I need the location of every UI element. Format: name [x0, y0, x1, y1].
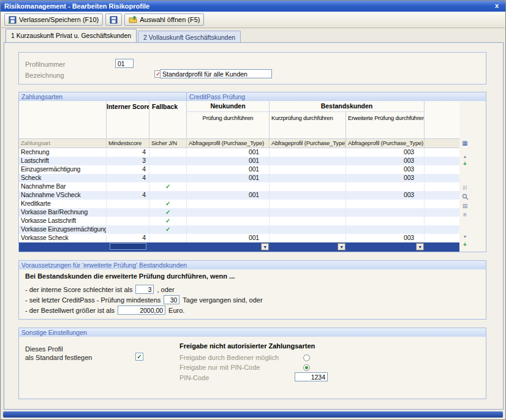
cell-sicher[interactable]: ✓	[149, 208, 187, 217]
table-row[interactable]: Vorkasse Einzugsermächtigung ✓	[19, 225, 459, 234]
table-row[interactable]: Einzugsermächtigung 4 001 003	[19, 165, 459, 174]
cell-kurzpruefung[interactable]	[270, 165, 346, 174]
cell-zahlungsart[interactable]	[19, 242, 107, 252]
cell-neukunden[interactable]	[187, 182, 270, 191]
cell-sicher[interactable]	[149, 148, 187, 157]
cell-zahlungsart[interactable]: Kreditkarte	[19, 200, 107, 208]
cell-sicher[interactable]	[149, 174, 187, 182]
close-button[interactable]: x	[492, 1, 502, 10]
cell-erweitert[interactable]: 003	[346, 157, 425, 165]
cell-zahlungsart[interactable]: Nachnahme Bar	[19, 182, 107, 191]
cell-zahlungsart[interactable]: Vorkasse Scheck	[19, 234, 107, 242]
cell-mindestscore[interactable]: 4	[107, 191, 149, 200]
up-arrow-icon[interactable]: ▲	[461, 154, 469, 159]
cell-sicher[interactable]: ✓	[149, 225, 187, 234]
dropdown-button[interactable]: ▼	[338, 243, 346, 250]
cell-mindestscore[interactable]: 4	[107, 148, 149, 157]
cell-sicher[interactable]	[149, 191, 187, 200]
cell-kurzpruefung[interactable]	[270, 148, 346, 157]
add-icon[interactable]: +	[461, 241, 469, 248]
cell-erweitert[interactable]	[346, 217, 425, 225]
exit-save-button[interactable]: Verlassen/Speichern (F10)	[4, 13, 103, 26]
cell-zahlungsart[interactable]: Scheck	[19, 174, 107, 182]
insert-icon[interactable]: +	[461, 160, 469, 167]
cell-kurzpruefung[interactable]	[270, 234, 346, 242]
bezeichnung-input[interactable]	[160, 69, 272, 78]
pin-code-input[interactable]	[295, 372, 328, 381]
table-row-selected[interactable]: ▼ ▼ ▼	[19, 242, 459, 252]
cell-zahlungsart[interactable]: Vorkasse Bar/Rechnung	[19, 208, 107, 217]
cell-sicher[interactable]: ✓	[149, 200, 187, 208]
cell-sicher[interactable]	[149, 157, 187, 165]
cell-zahlungsart[interactable]: Lastschrift	[19, 157, 107, 165]
cell-kurzpruefung[interactable]: ▼	[270, 242, 346, 252]
cell-neukunden[interactable]: 001	[187, 234, 270, 242]
columns-icon[interactable]: |||	[461, 185, 469, 189]
cell-kurzpruefung[interactable]	[270, 217, 346, 225]
table-row[interactable]: Kreditkarte ✓	[19, 200, 459, 208]
dropdown-button[interactable]: ▼	[416, 243, 424, 250]
score-threshold-input[interactable]	[135, 285, 154, 294]
cell-neukunden[interactable]: ▼	[187, 242, 270, 252]
cell-sicher[interactable]: ✓	[149, 217, 187, 225]
card-icon[interactable]: ▤	[461, 203, 469, 209]
cell-mindestscore[interactable]	[107, 242, 149, 252]
dropdown-button[interactable]: ▼	[261, 243, 269, 250]
cell-mindestscore[interactable]	[107, 200, 149, 208]
cell-erweitert[interactable]	[346, 182, 425, 191]
cell-neukunden[interactable]	[187, 225, 270, 234]
list-icon[interactable]: ≡	[461, 211, 469, 218]
cell-sicher[interactable]	[149, 165, 187, 174]
table-row[interactable]: Vorkasse Scheck 4 001 003	[19, 234, 459, 242]
cell-sicher[interactable]	[149, 242, 187, 252]
search-icon[interactable]	[461, 193, 469, 201]
cell-mindestscore[interactable]: 4	[107, 234, 149, 242]
cell-erweitert[interactable]: 003	[346, 165, 425, 174]
cell-kurzpruefung[interactable]	[270, 182, 346, 191]
table-row[interactable]: Lastschrift 3 001 003	[19, 157, 459, 165]
cell-neukunden[interactable]: 001	[187, 191, 270, 200]
cell-erweitert[interactable]: 003	[346, 191, 425, 200]
cell-mindestscore[interactable]	[107, 208, 149, 217]
save-button[interactable]	[105, 13, 122, 26]
cell-mindestscore[interactable]: 4	[107, 174, 149, 182]
tab-vollauskunft[interactable]: 2 Vollauskunft Geschäftskunden	[138, 31, 241, 42]
cell-zahlungsart[interactable]: Vorkasse Lastschrift	[19, 217, 107, 225]
table-row[interactable]: Nachnahme Bar ✓	[19, 182, 459, 191]
cell-sicher[interactable]: ✓	[149, 182, 187, 191]
cell-neukunden[interactable]: 001	[187, 165, 270, 174]
cell-neukunden[interactable]: 001	[187, 174, 270, 182]
cell-erweitert[interactable]: 003	[346, 234, 425, 242]
cell-kurzpruefung[interactable]	[270, 191, 346, 200]
cell-mindestscore[interactable]	[107, 182, 149, 191]
cell-neukunden[interactable]: 001	[187, 148, 270, 157]
release-operator-radio[interactable]	[303, 354, 310, 361]
down-arrow-icon[interactable]: ▼	[461, 234, 469, 239]
cell-zahlungsart[interactable]: Vorkasse Einzugsermächtigung	[19, 225, 107, 234]
profilnummer-input[interactable]	[115, 59, 134, 68]
cell-zahlungsart[interactable]: Nachnahme VScheck	[19, 191, 107, 200]
table-row[interactable]: Rechnung 4 001 003	[19, 148, 459, 157]
cell-zahlungsart[interactable]: Rechnung	[19, 148, 107, 157]
cell-kurzpruefung[interactable]	[270, 157, 346, 165]
cell-neukunden[interactable]	[187, 200, 270, 208]
cell-neukunden[interactable]	[187, 208, 270, 217]
open-selection-button[interactable]: Auswahl öffnen (F5)	[124, 13, 204, 26]
cell-erweitert[interactable]: ▼	[346, 242, 425, 252]
cell-zahlungsart[interactable]: Einzugsermächtigung	[19, 165, 107, 174]
table-row[interactable]: Vorkasse Lastschrift ✓	[19, 217, 459, 225]
cell-neukunden[interactable]	[187, 217, 270, 225]
table-row[interactable]: Scheck 4 001 003	[19, 174, 459, 182]
cell-kurzpruefung[interactable]	[270, 174, 346, 182]
cell-kurzpruefung[interactable]	[270, 200, 346, 208]
cell-mindestscore[interactable]	[107, 225, 149, 234]
cell-erweitert[interactable]: 003	[346, 174, 425, 182]
cell-mindestscore[interactable]	[107, 217, 149, 225]
table-icon[interactable]: ▦	[461, 140, 469, 146]
cell-kurzpruefung[interactable]	[270, 225, 346, 234]
tab-kurzauskunft[interactable]: 1 Kurzauskunft Privat u. Geschäftskunden	[6, 29, 137, 42]
table-row[interactable]: Nachnahme VScheck 4 001 003	[19, 191, 459, 200]
cell-erweitert[interactable]	[346, 225, 425, 234]
cell-erweitert[interactable]: 003	[346, 148, 425, 157]
cell-erweitert[interactable]	[346, 208, 425, 217]
